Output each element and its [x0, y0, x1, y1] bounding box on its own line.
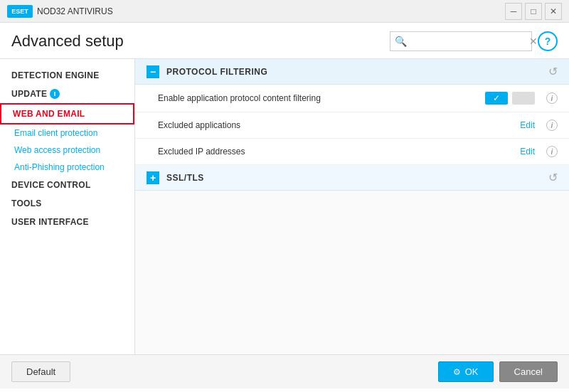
- help-button[interactable]: ?: [538, 31, 558, 51]
- excluded-ip-addresses-row: Excluded IP addresses Edit i: [135, 139, 569, 165]
- protocol-filtering-content: Enable application protocol content filt…: [135, 85, 569, 165]
- title-bar: ESET NOD32 ANTIVIRUS ─ □ ✕: [0, 0, 569, 23]
- enable-protocol-filtering-row: Enable application protocol content filt…: [135, 85, 569, 112]
- sidebar-subitem-email-client[interactable]: Email client protection: [0, 125, 134, 142]
- ssl-tls-header[interactable]: + SSL/TLS ↺: [135, 165, 569, 191]
- sidebar-item-user-interface[interactable]: USER INTERFACE: [0, 213, 134, 231]
- ssl-tls-toggle[interactable]: +: [147, 171, 159, 184]
- content-area: − PROTOCOL FILTERING ↺ Enable applicatio…: [135, 59, 569, 354]
- main-layout: DETECTION ENGINE UPDATE i WEB AND EMAIL …: [0, 59, 569, 354]
- close-button[interactable]: ✕: [545, 3, 562, 20]
- ok-icon: ⚙: [453, 367, 461, 377]
- update-info-badge: i: [50, 89, 60, 99]
- search-input[interactable]: [410, 36, 529, 47]
- sidebar-item-web-and-email[interactable]: WEB AND EMAIL: [0, 103, 134, 125]
- page-title: Advanced setup: [11, 32, 124, 51]
- update-label: UPDATE: [11, 89, 47, 99]
- sidebar-item-device-control[interactable]: DEVICE CONTROL: [0, 176, 134, 194]
- search-clear-button[interactable]: ✕: [529, 36, 538, 47]
- title-bar-controls: ─ □ ✕: [505, 3, 562, 20]
- sidebar-subitem-anti-phishing[interactable]: Anti-Phishing protection: [0, 159, 134, 176]
- enable-protocol-filtering-toggle-off[interactable]: [512, 92, 535, 105]
- protocol-filtering-toggle[interactable]: −: [147, 65, 159, 78]
- header-right: 🔍 ✕ ?: [390, 31, 558, 51]
- sidebar-subitem-web-access[interactable]: Web access protection: [0, 142, 134, 159]
- ok-label: OK: [465, 366, 479, 377]
- enable-protocol-filtering-toggle[interactable]: [485, 92, 508, 105]
- app-header: Advanced setup 🔍 ✕ ?: [0, 23, 569, 59]
- eset-logo: ESET: [7, 5, 33, 18]
- minimize-button[interactable]: ─: [505, 3, 522, 20]
- sidebar-item-tools[interactable]: TOOLS: [0, 194, 134, 213]
- enable-protocol-filtering-control: [485, 92, 535, 105]
- excluded-applications-label: Excluded applications: [158, 120, 520, 130]
- footer-right: ⚙ OK Cancel: [438, 361, 558, 382]
- ssl-tls-title: SSL/TLS: [166, 173, 548, 183]
- excluded-ip-addresses-edit-link[interactable]: Edit: [520, 147, 535, 157]
- excluded-ip-addresses-info-icon[interactable]: i: [546, 146, 558, 157]
- excluded-applications-info-icon[interactable]: i: [546, 120, 558, 131]
- app-name: NOD32 ANTIVIRUS: [37, 6, 113, 16]
- search-box: 🔍 ✕: [390, 31, 532, 51]
- default-button[interactable]: Default: [11, 361, 70, 382]
- ssl-tls-reset-icon[interactable]: ↺: [548, 171, 558, 184]
- protocol-filtering-reset-icon[interactable]: ↺: [548, 65, 558, 78]
- enable-protocol-filtering-label: Enable application protocol content filt…: [158, 93, 485, 103]
- search-icon: 🔍: [395, 36, 407, 47]
- sidebar: DETECTION ENGINE UPDATE i WEB AND EMAIL …: [0, 59, 135, 354]
- excluded-applications-edit-link[interactable]: Edit: [520, 120, 535, 130]
- cancel-button[interactable]: Cancel: [499, 361, 558, 382]
- protocol-filtering-header[interactable]: − PROTOCOL FILTERING ↺: [135, 59, 569, 85]
- protocol-filtering-title: PROTOCOL FILTERING: [166, 67, 548, 77]
- footer: Default ⚙ OK Cancel: [0, 354, 569, 388]
- sidebar-item-detection-engine[interactable]: DETECTION ENGINE: [0, 66, 134, 85]
- maximize-button[interactable]: □: [525, 3, 542, 20]
- excluded-ip-addresses-label: Excluded IP addresses: [158, 147, 520, 157]
- sidebar-item-update[interactable]: UPDATE i: [0, 85, 134, 103]
- enable-protocol-filtering-info-icon[interactable]: i: [546, 92, 558, 104]
- title-bar-left: ESET NOD32 ANTIVIRUS: [7, 5, 113, 18]
- ok-button[interactable]: ⚙ OK: [438, 361, 494, 382]
- excluded-applications-row: Excluded applications Edit i: [135, 112, 569, 139]
